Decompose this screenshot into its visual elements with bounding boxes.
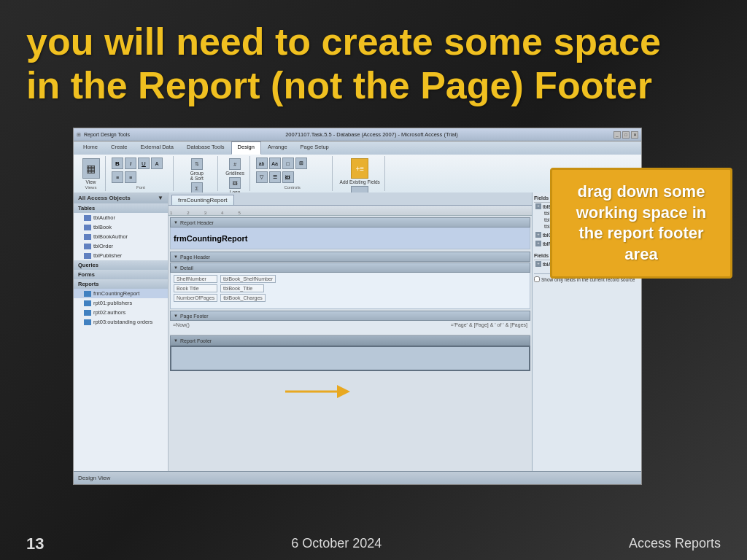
close-button[interactable]: ✕	[631, 131, 638, 139]
textbox-icon[interactable]: ab	[256, 158, 268, 169]
page-footer-bar[interactable]: ▼ Page Footer	[170, 311, 530, 321]
nav-item-tblbookauthor[interactable]: tblBookAuthor	[74, 232, 168, 241]
field-booktitle-value: tblBook_Title	[220, 284, 264, 292]
minimize-button[interactable]: _	[614, 131, 621, 139]
underline-icon[interactable]: U	[138, 158, 150, 169]
show-only-checkbox[interactable]	[534, 276, 540, 282]
ribbon-group-gridlines: # Gridlines 🖼 Logo Gridlines	[221, 156, 250, 191]
add-fields-icon: +≡	[351, 158, 368, 179]
nav-item-frmcounting[interactable]: frmCountingReport	[74, 289, 168, 298]
ribbon-group-font: B I U A ≡ ≡ Font	[109, 156, 174, 191]
tab-design[interactable]: Design	[231, 141, 261, 155]
italic-icon[interactable]: I	[125, 158, 136, 169]
table-icon-5	[84, 253, 91, 259]
nav-item-tblauthor[interactable]: tblAuthor	[74, 213, 168, 222]
align-center-icon[interactable]: ≡	[125, 171, 136, 183]
nav-panel: All Access Objects ▼ Tables tblAuthor tb…	[74, 192, 169, 483]
design-tab-frmcounting[interactable]: frmCountingReport	[171, 195, 234, 205]
expand-icon[interactable]: +	[535, 203, 541, 209]
gridlines-button[interactable]: # Gridlines	[224, 158, 246, 176]
field-shelfnumber-label: ShelfNumber	[174, 275, 217, 283]
table-icon-3	[84, 234, 91, 240]
table-icon	[84, 215, 91, 221]
nav-item-tblbook[interactable]: tblBook	[74, 222, 168, 232]
expand-icon-author[interactable]: +	[535, 261, 541, 267]
expand-icon-order[interactable]: +	[535, 232, 541, 238]
footer-date: 6 October 2024	[291, 536, 382, 551]
report-icon-2	[84, 300, 91, 306]
report-title: frmCountingReport	[174, 234, 247, 243]
bold-icon[interactable]: B	[112, 158, 123, 169]
ruler: 1 2 3 4 5	[169, 206, 532, 216]
ribbon-group-views: ▦ View Views	[77, 156, 106, 191]
callout-text: drag down some working space in the repo…	[567, 182, 716, 265]
slide-footer: 13 6 October 2024 Access Reports	[0, 527, 747, 560]
report-icon-3	[84, 310, 91, 316]
font-color-icon[interactable]: A	[151, 158, 163, 169]
view-icon: ▦	[82, 158, 100, 179]
title-line2: in the Report (not the Page) Footer	[26, 64, 721, 108]
field-numpages-value: tblBook_Charges	[220, 294, 266, 302]
slide-title: you will need to create some space in th…	[0, 0, 747, 122]
detail-row-1: ShelfNumber tblBook_ShelfNumber	[172, 274, 528, 284]
report-icon	[84, 291, 91, 297]
nav-item-tblorder[interactable]: tblOrder	[74, 241, 168, 251]
report-footer-bar[interactable]: ▼ Report Footer	[170, 335, 530, 346]
nav-section-reports[interactable]: Reports	[74, 279, 168, 289]
button-icon[interactable]: □	[282, 158, 294, 169]
nav-section-forms[interactable]: Forms	[74, 270, 168, 279]
report-footer-content	[170, 346, 530, 371]
table-icon-4	[84, 244, 91, 249]
align-left-icon[interactable]: ≡	[112, 171, 123, 183]
field-numpages-label: NumberOfPages	[174, 294, 217, 302]
field-shelfnumber-value: tblBook_ShelfNumber	[220, 275, 276, 283]
title-line1: you will need to create some space	[26, 20, 721, 64]
tab-database-tools[interactable]: Database Tools	[180, 141, 231, 155]
detail-row-2: Book Title tblBook_Title	[172, 284, 528, 293]
nav-item-rpt02[interactable]: rpt02:authors	[74, 308, 168, 317]
image-icon[interactable]: 🖼	[282, 171, 294, 183]
table-icon-2	[84, 225, 91, 230]
nav-section-tables[interactable]: Tables	[74, 203, 168, 213]
page-header-bar[interactable]: ▼ Page Header	[170, 252, 530, 262]
field-booktitle-label: Book Title	[174, 284, 217, 292]
groupsort-icon: ⇅	[191, 158, 203, 170]
access-titlebar: ⊞ Report Design Tools 20071107.Task.5.5 …	[74, 128, 641, 141]
report-header-bar[interactable]: ▼ Report Header	[170, 217, 530, 228]
view-button[interactable]: ▦ View	[81, 158, 101, 185]
tab-external[interactable]: External Data	[134, 141, 180, 155]
ribbon-group-tools: +≡ Add Existing Fields ≡ Property Sheet	[336, 156, 385, 191]
combo-icon[interactable]: ▽	[256, 171, 268, 183]
nav-section-queries[interactable]: Queries	[74, 260, 168, 270]
design-tabbar: frmCountingReport	[169, 192, 532, 206]
nav-item-tblpublisher[interactable]: tblPublisher	[74, 251, 168, 260]
arrow-svg	[285, 383, 351, 401]
report-icon-4	[84, 319, 91, 325]
report-sections: ▼ Report Header frmCountingReport ▼ Page…	[169, 216, 532, 371]
add-existing-fields-button[interactable]: +≡ Add Existing Fields	[338, 158, 382, 185]
window-controls[interactable]: _ □ ✕	[614, 131, 638, 139]
groupsort-button[interactable]: ⇅ Group & Sort	[189, 158, 205, 182]
footer-label: Access Reports	[629, 536, 721, 551]
slide-number: 13	[26, 534, 44, 553]
nav-item-rpt03[interactable]: rpt03:outstanding orders	[74, 317, 168, 327]
tab-create[interactable]: Create	[104, 141, 134, 155]
controls-icon[interactable]: ⊞	[295, 158, 307, 169]
nav-header: All Access Objects ▼	[74, 192, 168, 203]
ribbon-tool-title: Report Design Tools	[84, 132, 130, 137]
detail-row-3: NumberOfPages tblBook_Charges	[172, 293, 528, 303]
status-text: Design View	[78, 475, 110, 481]
tab-home[interactable]: Home	[77, 141, 104, 155]
list-icon[interactable]: ☰	[269, 171, 281, 183]
design-area: frmCountingReport 1 2 3 4 5 ▼ Report Hea…	[169, 192, 532, 483]
expand-icon-publisher[interactable]: +	[535, 241, 541, 246]
page-footer-content: =Now() ='Page' & [Page] & ' of ' & [Page…	[170, 321, 530, 334]
ribbon-group-controls: ab Aa □ ⊞ ▽ ☰ 🖼 Controls	[253, 156, 333, 191]
label-icon[interactable]: Aa	[269, 158, 281, 169]
detail-content: ShelfNumber tblBook_ShelfNumber Book Tit…	[170, 273, 530, 309]
maximize-button[interactable]: □	[622, 131, 630, 139]
tab-page-setup[interactable]: Page Setup	[294, 141, 336, 155]
nav-item-rpt01[interactable]: rpt01:publishers	[74, 298, 168, 308]
detail-bar[interactable]: ▼ Detail	[170, 262, 530, 273]
tab-arrange[interactable]: Arrange	[261, 141, 294, 155]
